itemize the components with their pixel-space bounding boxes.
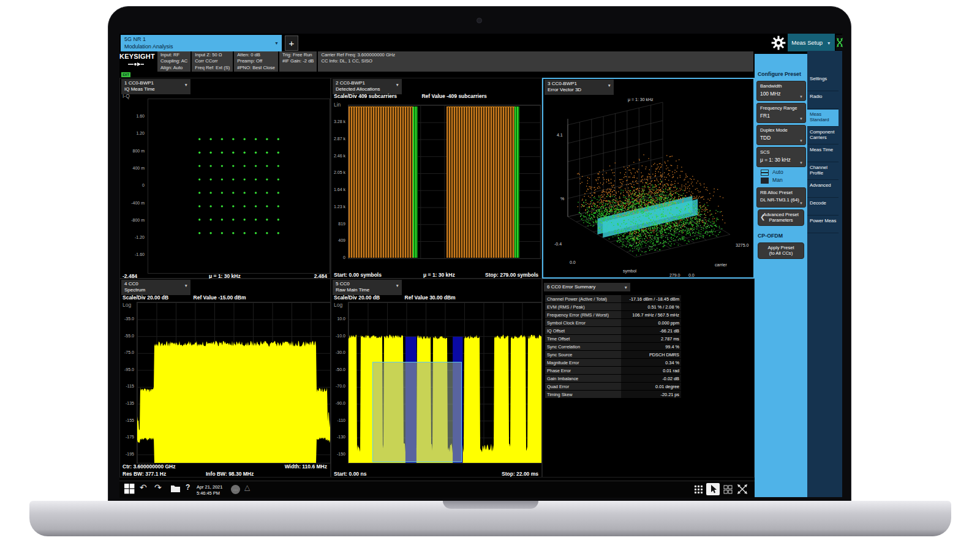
apps-grid-button[interactable]	[694, 485, 703, 495]
meas-setup-label: Meas Setup	[791, 39, 823, 46]
mouse-mode-toggle[interactable]	[706, 483, 720, 495]
error-summary-row: Symbol Clock Error0.000 ppm	[545, 319, 681, 327]
help-button[interactable]: ?	[186, 483, 190, 492]
chevron-down-icon: ▼	[827, 41, 831, 45]
keysight-arrow-icon	[128, 62, 144, 67]
time-label: 5:46:45 PM	[197, 490, 222, 497]
metric-value: -0.02 dB	[621, 375, 681, 382]
metric-label: Sync Correlation	[545, 343, 621, 350]
mode-tab-subtitle: Modulation Analysis	[124, 43, 282, 50]
axis-tick-label: 1.64 k	[334, 187, 345, 192]
spectrum-plot[interactable]	[137, 302, 331, 463]
metric-value: 0.01 rad	[621, 367, 681, 374]
constellation-plot[interactable]	[148, 99, 330, 274]
annotation-bubble-icon[interactable]: …	[231, 485, 240, 494]
axis-tick-label: -155	[126, 418, 134, 422]
menu-channel-profile[interactable]: Channel Profile	[807, 163, 839, 180]
advanced-preset-parameters-button[interactable]: ❮ Advanced Preset Parameters	[758, 209, 804, 226]
numerology-label: μ = 1: 30 kHz	[423, 272, 455, 278]
ref-value-label: Ref Value -15.00 dBm	[194, 294, 246, 301]
time-selection-region[interactable]	[372, 362, 462, 462]
metric-value: 0.000 ppm	[621, 319, 681, 326]
window-raw-main-time[interactable]: 5 CC0 Raw Main Time ▼ Scale/Div 20.00 dB…	[331, 279, 542, 478]
meas-setup-button[interactable]: Meas Setup ▼	[788, 34, 835, 51]
error-summary-row: Gain Imbalance-0.02 dB	[545, 375, 681, 383]
menu-meas-time[interactable]: Meas Time	[807, 145, 839, 162]
toolbar-group[interactable]: Atten: 0 dBPreamp: Off#PNO: Best Close	[234, 51, 278, 72]
bandwidth-dropdown[interactable]: Bandwidth 100 MHz ▼	[756, 81, 806, 101]
axis-tick-label: -130	[337, 435, 345, 439]
settings-toolbar: KEYSIGHT Input: RFCoupling: ACAlign: Aut…	[119, 51, 755, 72]
metric-label: Magnitude Error	[545, 359, 621, 366]
window-detected-allocations[interactable]: 2 CC0-BWP1 Detected Allocations ▼ Scale/…	[331, 78, 542, 279]
duplex-mode-dropdown[interactable]: Duplex Mode TDD ▼	[756, 125, 806, 145]
ref-value-label: Ref Value -409 subcarriers	[421, 93, 486, 99]
window-error-summary[interactable]: 6 CC0 Error Summary ▼ Channel Power (Act…	[542, 279, 755, 478]
system-settings-button[interactable]	[771, 35, 786, 51]
allocations-plot[interactable]	[348, 105, 541, 259]
metric-label: Symbol Clock Error	[545, 319, 621, 326]
man-unselected-icon	[761, 178, 769, 184]
error-summary-row: IQ Offset-66.21 dB	[545, 327, 681, 335]
menu-meas-standard[interactable]: Meas Standard	[807, 110, 839, 127]
carrier-max-label: 3275.0	[736, 243, 748, 247]
toolbar-group[interactable]: Carrier Ref Freq: 3.600000000 GHzCC Info…	[318, 51, 753, 72]
grid-dots-icon	[694, 485, 703, 494]
scs-dropdown[interactable]: SCS μ = 1: 30 kHz ▼	[756, 147, 806, 167]
menu-radio[interactable]: Radio	[807, 92, 839, 109]
axis-tick-label: -55.0	[124, 334, 134, 338]
axis-tick-label: 3.28 k	[334, 119, 345, 124]
arrange-windows-button[interactable]	[836, 35, 843, 50]
metric-label: Frequency Error (RMS / Worst)	[545, 311, 621, 318]
center-freq-label: Ctr: 3.600000000 GHz	[123, 463, 175, 470]
axis-tick-label: -70.0	[336, 384, 345, 388]
toolbar-setting: Atten: 0 dB	[237, 52, 275, 58]
chevron-down-icon: ▼	[799, 161, 803, 165]
z-unit-label: %	[560, 197, 564, 201]
z-max-label: 4.1	[557, 133, 563, 137]
metric-label: EVM (RMS / Peak)	[545, 303, 621, 310]
apply-preset-button[interactable]: Apply Preset (to All CCs)	[758, 242, 804, 259]
redo-button[interactable]: ↷	[154, 482, 162, 492]
menu-settings[interactable]: Settings	[807, 74, 839, 91]
rb-alloc-preset-dropdown[interactable]: RB Alloc Preset DL NR-TM3.1 (64) ▼	[756, 187, 806, 208]
error-summary-row: Time Offset2.787 ms	[545, 335, 681, 343]
file-button[interactable]	[170, 484, 181, 495]
redo-icon: ↷	[154, 482, 162, 492]
error-summary-row: Sync Correlation99.4 %	[545, 343, 681, 351]
measurement-mode-tab[interactable]: 5G NR 1 Modulation Analysis ▼	[121, 35, 282, 51]
evm-3d-plot[interactable]	[547, 95, 752, 274]
window-spectrum[interactable]: 4 CC0 Spectrum ▼ Scale/Div 20.00 dB Ref …	[119, 279, 331, 478]
symbol-min-label: -0.4	[554, 242, 562, 246]
windows-start-button[interactable]	[124, 484, 135, 495]
window-layout-button[interactable]	[723, 485, 733, 495]
axis-tick-label: 0	[343, 255, 345, 260]
menu-decode[interactable]: Decode	[807, 198, 839, 216]
layout-grid-icon	[723, 485, 733, 494]
fullscreen-button[interactable]	[737, 484, 748, 496]
axis-tick-label: -115	[126, 384, 135, 388]
toolbar-setting: Preamp: Off	[237, 58, 275, 64]
window-error-vector-3d[interactable]: 3 CC0-BWP1 Error Vector 3D ▼ μ = 1: 30 k…	[542, 78, 755, 279]
toolbar-group[interactable]: Input: RFCoupling: ACAlign: Auto	[157, 51, 190, 72]
menu-power-meas[interactable]: Power Meas	[807, 216, 839, 233]
menu-advanced[interactable]: Advanced	[807, 181, 839, 198]
window-iq-meas-time[interactable]: 1 CC0-BWP1 IQ Meas Time ▼ I-Q 1.601.2080…	[119, 78, 331, 279]
help-icon: ?	[186, 483, 190, 492]
toolbar-setting: Carrier Ref Freq: 3.600000000 GHz	[321, 52, 750, 58]
add-measurement-button[interactable]: +	[285, 36, 298, 51]
menu-component-carriers[interactable]: Component Carriers	[807, 127, 839, 144]
window3-selector[interactable]: 3 CC0-BWP1 Error Vector 3D ▼	[545, 80, 614, 95]
chevron-down-icon: ▼	[396, 83, 399, 88]
window6-selector[interactable]: 6 CC0 Error Summary ▼	[544, 283, 630, 291]
axis-tick-label: -175	[126, 435, 134, 439]
frequency-range-dropdown[interactable]: Frequency Range FR1 ▼	[756, 103, 806, 123]
toolbar-setting: Coupling: AC	[160, 58, 187, 64]
undo-button[interactable]: ↶	[140, 482, 147, 492]
expand-arrows-icon	[737, 484, 748, 495]
toolbar-group[interactable]: Input Z: 50 ΩCorr CCorrFreq Ref: Ext (S)	[192, 51, 233, 72]
metric-value: -20.21 ps	[621, 391, 681, 398]
axis-tick-label: -10.0	[336, 334, 345, 338]
toolbar-group[interactable]: Trig: Free Run#IF Gain: -2 dB	[279, 51, 317, 72]
axis-tick-label: -35.0	[124, 317, 134, 321]
